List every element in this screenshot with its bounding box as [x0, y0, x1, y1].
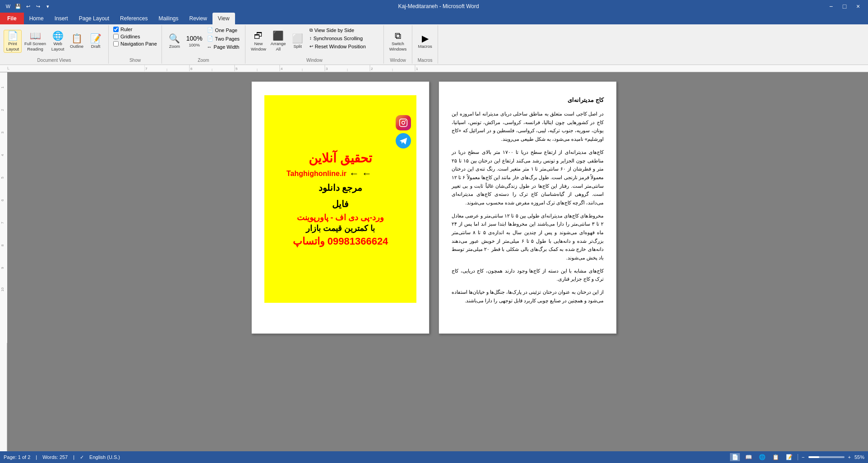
arrange-all-icon: ⬛ — [272, 31, 284, 40]
navigation-pane-check-input[interactable] — [113, 41, 119, 46]
page-width-button[interactable]: ↔ Page Width — [205, 43, 241, 51]
page-width-label: Page Width — [214, 44, 240, 50]
tab-references[interactable]: References — [115, 13, 153, 24]
draft-button[interactable]: 📝 Draft — [87, 33, 105, 50]
ruler-corner: L — [7, 66, 9, 70]
svg-text:2: 2 — [371, 67, 373, 71]
switch-windows-icon: ⧉ — [395, 31, 401, 40]
ruler-check-input[interactable] — [113, 27, 119, 32]
ruler-checkbox[interactable]: Ruler — [112, 26, 133, 32]
outline-icon: 📋 — [71, 34, 83, 43]
tab-home[interactable]: Home — [24, 13, 49, 24]
new-window-label: NewWindow — [251, 41, 266, 51]
arrange-all-button[interactable]: ⬛ ArrangeAll — [269, 30, 288, 52]
macros-group-label: Macros — [412, 58, 438, 63]
close-button[interactable]: × — [852, 0, 864, 12]
undo-button[interactable]: ↩ — [23, 2, 32, 11]
navigation-pane-checkbox[interactable]: Navigation Pane — [112, 41, 158, 47]
draft-icon: 📝 — [90, 34, 102, 43]
page2-para3: مخروط‌های کاج‌های مدیترانه‌ای طولی بین ۵… — [452, 212, 604, 262]
customize-qa[interactable]: ▾ — [43, 2, 52, 11]
separator-1: | — [36, 454, 37, 460]
page2-para5: از این درختان به عنوان درختان تزئینی در … — [452, 288, 604, 305]
switch-windows-label: SwitchWindows — [389, 41, 407, 51]
tab-insert[interactable]: Insert — [49, 13, 74, 24]
ribbon: 📄 PrintLayout 📖 Full ScreenReading 🌐 Web… — [0, 24, 868, 65]
draft-status-button[interactable]: 📝 — [784, 453, 794, 461]
ad-url-text: Tahghighonline.ir — [286, 170, 346, 178]
split-button[interactable]: ⬜ Split — [289, 33, 307, 50]
minimize-button[interactable]: − — [825, 0, 837, 12]
one-page-button[interactable]: 📄 One Page — [205, 26, 241, 34]
zoom-in-button[interactable]: + — [848, 454, 851, 460]
switch-windows-group-label: Window — [384, 58, 412, 63]
word-icon: W — [4, 2, 13, 11]
show-label: Show — [109, 58, 162, 63]
print-layout-status-button[interactable]: 📄 — [730, 453, 740, 461]
two-pages-button[interactable]: 📄 Two Pages — [205, 35, 241, 42]
new-window-button[interactable]: 🗗 NewWindow — [249, 30, 268, 52]
new-window-icon: 🗗 — [254, 31, 263, 40]
svg-text:3: 3 — [326, 67, 328, 71]
language-indicator[interactable]: English (U.S.) — [89, 454, 120, 460]
print-layout-button[interactable]: 📄 PrintLayout — [4, 30, 22, 53]
full-screen-status-button[interactable]: 📖 — [743, 453, 753, 461]
synchronous-scrolling-button[interactable]: ↕ Synchronous Scrolling — [308, 35, 380, 42]
ribbon-group-macros: ▶ Macros Macros — [412, 25, 438, 64]
svg-text:4: 4 — [0, 154, 5, 156]
zoom-button[interactable]: 🔍 Zoom — [166, 33, 184, 50]
view-side-by-side-button[interactable]: ⧉ View Side by Side — [308, 27, 380, 34]
reset-window-position-button[interactable]: ↩ Reset Window Position — [308, 43, 380, 50]
zoom-100-label: 100% — [189, 42, 200, 47]
zoom-slider[interactable] — [808, 456, 845, 458]
zoom-icon: 🔍 — [169, 34, 180, 43]
zoom-out-button[interactable]: − — [802, 454, 804, 460]
tab-page-layout[interactable]: Page Layout — [74, 13, 115, 24]
split-label: Split — [293, 44, 301, 49]
ad-url-row: Tahghighonline.ir ← ← — [270, 168, 411, 180]
ribbon-group-zoom: 🔍 Zoom 100% 100% 📄 One Page 📄 Two Pages … — [162, 25, 245, 64]
gridlines-checkbox[interactable]: Gridlines — [112, 33, 141, 40]
ribbon-group-switch-windows: ⧉ SwitchWindows Window — [384, 25, 413, 64]
spell-check-icon[interactable]: ✓ — [80, 454, 84, 460]
horizontal-ruler: L 7 6 5 4 3 2 1 — [0, 65, 868, 72]
ad-phone: 09981366624 واتساپ — [293, 236, 388, 247]
full-screen-icon: 📖 — [30, 31, 41, 40]
window-controls: − □ × — [825, 0, 864, 12]
switch-windows-content: ⧉ SwitchWindows — [388, 26, 409, 63]
tab-mailings[interactable]: Mailings — [153, 13, 184, 24]
svg-text:7: 7 — [0, 222, 5, 224]
tab-file[interactable]: File — [0, 13, 24, 24]
split-icon: ⬜ — [292, 34, 303, 43]
page2-para1: در اصل کاجی است متعلق به مناطق ساحلی دری… — [452, 110, 604, 144]
web-layout-status-button[interactable]: 🌐 — [757, 453, 767, 461]
svg-text:2: 2 — [0, 109, 5, 111]
window-title: Kaj-Meditaraneh - Microsoft Word — [52, 3, 825, 9]
full-screen-reading-button[interactable]: 📖 Full ScreenReading — [23, 30, 48, 52]
web-layout-icon: 🌐 — [52, 31, 64, 40]
web-layout-button[interactable]: 🌐 WebLayout — [49, 30, 67, 52]
separator-2: | — [73, 454, 74, 460]
title-bar-left: W 💾 ↩ ↪ ▾ — [4, 2, 52, 11]
tab-review[interactable]: Review — [184, 13, 212, 24]
tab-view[interactable]: View — [212, 13, 235, 24]
zoom-page-buttons: 📄 One Page 📄 Two Pages ↔ Page Width — [205, 26, 241, 57]
macros-button[interactable]: ▶ Macros — [416, 33, 434, 50]
view-side-by-side-icon: ⧉ — [309, 28, 313, 33]
switch-windows-button[interactable]: ⧉ SwitchWindows — [388, 30, 409, 52]
svg-text:3: 3 — [0, 131, 5, 134]
synchronous-scrolling-icon: ↕ — [309, 36, 312, 41]
zoom-100-button[interactable]: 100% 100% — [185, 34, 204, 48]
gridlines-check-input[interactable] — [113, 34, 119, 39]
page-2: کاج مدیترانه‌ای در اصل کاجی است متعلق به… — [439, 81, 617, 334]
outline-button[interactable]: 📋 Outline — [68, 33, 86, 50]
zoom-100-icon: 100% — [186, 35, 203, 42]
redo-button[interactable]: ↪ — [33, 2, 42, 11]
outline-status-button[interactable]: 📋 — [771, 453, 780, 461]
ribbon-tabs: File Home Insert Page Layout References … — [0, 13, 868, 24]
reset-window-label: Reset Window Position — [315, 44, 366, 49]
svg-text:6: 6 — [190, 67, 193, 71]
view-side-by-side-label: View Side by Side — [314, 28, 354, 33]
maximize-button[interactable]: □ — [838, 0, 851, 12]
save-button[interactable]: 💾 — [14, 2, 23, 11]
